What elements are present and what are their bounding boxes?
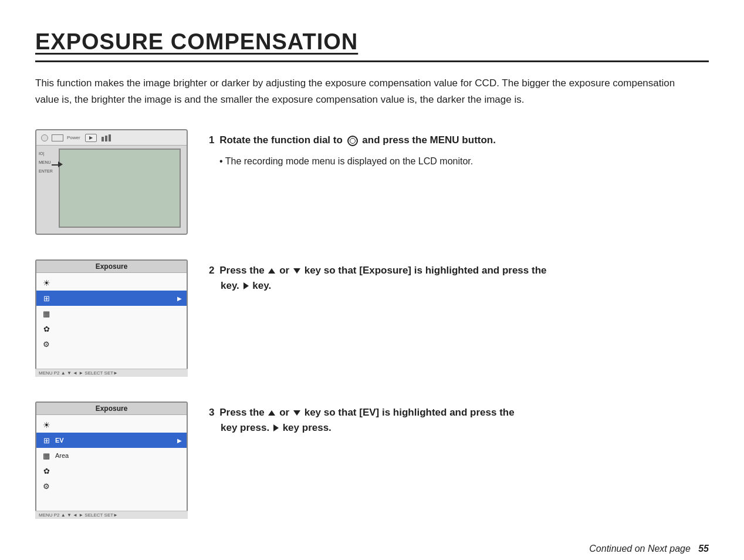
step-2-row: Exposure ☀ ⊞ ▶ ▦ — [35, 259, 709, 377]
menu-icon-grid: ▦ — [41, 308, 52, 319]
menu-row-3: ▦ — [36, 306, 187, 321]
menu2-icon-ev: ⊞ — [41, 435, 52, 446]
menu-items-1: ☀ ⊞ ▶ ▦ ✿ — [36, 273, 187, 354]
step-1-row: Power ▶ IO| MENU — [35, 129, 709, 235]
step-3-content: 3 Press the or key so that [EV] is highl… — [209, 402, 709, 441]
step-3-image: Exposure ☀ ⊞ EV ▶ ▦ Area — [35, 402, 188, 519]
menu-icon-sun1: ☀ — [41, 278, 52, 288]
step-1-instruction: 1 Rotate the function dial to and press … — [209, 133, 709, 148]
menu-header-1: Exposure — [36, 261, 187, 273]
menu-screen-1: Exposure ☀ ⊞ ▶ ▦ — [35, 259, 188, 377]
step-2-instruction: 2 Press the or key so that [Exposure] is… — [209, 263, 709, 293]
step-3-number: 3 — [209, 407, 214, 418]
menu2-row-5: ⚙ — [36, 478, 187, 494]
menu2-ev-label: EV — [55, 437, 64, 444]
step-2-content: 2 Press the or key so that [Exposure] is… — [209, 259, 709, 299]
page-title: EXPOSURE COMPENSATION — [35, 29, 709, 62]
menu2-icon-flower: ✿ — [41, 465, 52, 476]
menu-footer-2: MENU P2 ▲ ▼ ◄ ► SELECT SET► — [35, 511, 188, 519]
arrow-down-icon-1 — [293, 268, 300, 274]
menu-row-1: ☀ — [36, 275, 187, 291]
continued-line: Continued on Next page 55 — [35, 544, 709, 554]
menu-row-2-selected: ⊞ ▶ — [36, 291, 187, 306]
menu-icon-exp: ⊞ — [41, 293, 52, 303]
menu-screen-2: Exposure ☀ ⊞ EV ▶ ▦ Area — [35, 402, 188, 519]
menu-screen-1-box: Exposure ☀ ⊞ ▶ ▦ — [35, 259, 188, 377]
menu2-row-1: ☀ — [36, 417, 187, 433]
arrow-up-icon-2 — [268, 410, 275, 416]
menu-header-2: Exposure — [36, 403, 187, 415]
intro-text: This function makes the image brighter o… — [35, 75, 681, 108]
menu2-row-3-area: ▦ Area — [36, 448, 187, 463]
step-1-image: Power ▶ IO| MENU — [35, 129, 188, 235]
step-1-sub: The recording mode menu is displayed on … — [219, 154, 709, 169]
menu2-arrow-ev: ▶ — [177, 437, 182, 444]
menu-items-2: ☀ ⊞ EV ▶ ▦ Area ✿ — [36, 415, 187, 496]
continued-text: Continued on Next page — [589, 544, 691, 554]
menu-screen-2-box: Exposure ☀ ⊞ EV ▶ ▦ Area — [35, 402, 188, 519]
arrow-right-icon-2 — [273, 424, 279, 431]
page-number: 55 — [698, 544, 709, 554]
camera-illustration: Power ▶ IO| MENU — [35, 129, 188, 235]
menu-row-5: ⚙ — [36, 336, 187, 352]
menu-arrow-2: ▶ — [177, 295, 182, 302]
menu2-icon-area: ▦ — [41, 450, 52, 461]
step-1-number: 1 — [209, 134, 214, 146]
menu2-icon-sun: ☀ — [41, 420, 52, 430]
menu-footer-1: MENU P2 ▲ ▼ ◄ ► SELECT SET► — [35, 369, 188, 377]
menu-row-4: ✿ — [36, 321, 187, 336]
step-2-image: Exposure ☀ ⊞ ▶ ▦ — [35, 259, 188, 377]
menu-icon-flower1: ✿ — [41, 323, 52, 334]
menu2-area-label: Area — [55, 452, 69, 459]
menu-icon-gear1: ⚙ — [41, 339, 52, 349]
step-1-content: 1 Rotate the function dial to and press … — [209, 129, 709, 168]
camera-mode-icon — [347, 136, 358, 146]
menu2-row-2-ev: ⊞ EV ▶ — [36, 433, 187, 448]
arrow-down-icon-2 — [293, 410, 300, 416]
menu2-row-4: ✿ — [36, 463, 187, 478]
step-3-instruction: 3 Press the or key so that [EV] is highl… — [209, 405, 709, 435]
step-3-row: Exposure ☀ ⊞ EV ▶ ▦ Area — [35, 402, 709, 519]
arrow-right-icon-1 — [244, 282, 249, 289]
step-2-number: 2 — [209, 265, 214, 276]
arrow-up-icon-1 — [268, 268, 275, 274]
menu2-icon-gear: ⚙ — [41, 481, 52, 491]
